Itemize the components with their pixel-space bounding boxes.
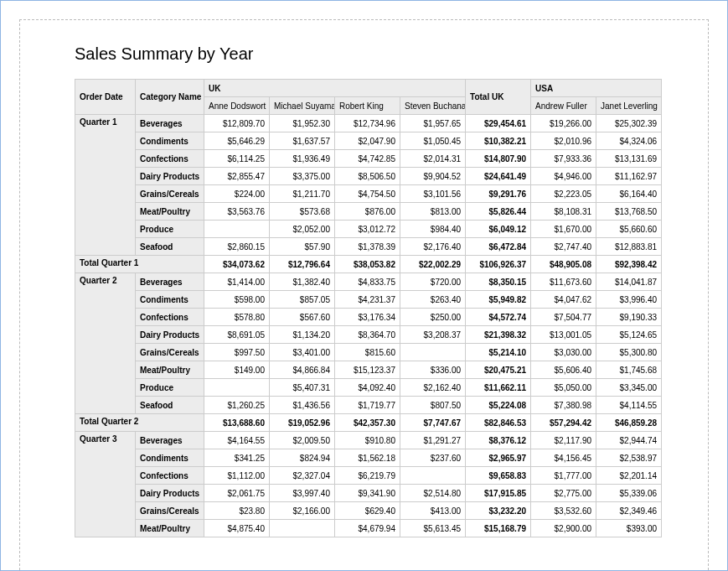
value-cell: $263.40 (400, 291, 466, 309)
value-cell: $3,375.00 (270, 168, 335, 185)
value-cell: $12,734.96 (335, 115, 400, 132)
value-cell: $2,201.14 (596, 467, 662, 485)
value-cell: $3,532.60 (531, 502, 596, 520)
value-cell: $1,382.40 (270, 273, 335, 291)
value-cell: $2,944.74 (596, 432, 662, 449)
value-cell: $4,092.40 (335, 379, 400, 397)
quarter-label: Quarter 2 (75, 273, 136, 414)
value-cell: $910.80 (335, 432, 400, 449)
value-cell: $807.50 (400, 397, 466, 414)
table-row: Seafood$1,260.25$1,436.56$1,719.77$807.5… (75, 397, 662, 414)
total-uk-cell: $6,049.12 (466, 221, 531, 238)
total-uk-cell: $5,214.10 (466, 344, 531, 361)
total-uk-cell: $15,168.79 (466, 520, 531, 537)
quarter-label: Quarter 3 (75, 432, 136, 537)
value-cell: $9,904.52 (400, 168, 466, 185)
category-label: Dairy Products (136, 326, 204, 344)
value-cell: $2,349.46 (596, 502, 662, 520)
table-row: Meat/Poultry$3,563.76$573.68$876.00$813.… (75, 203, 662, 221)
value-cell: $4,946.00 (531, 168, 596, 185)
value-cell: $23.80 (204, 502, 270, 520)
value-cell: $4,754.50 (335, 185, 400, 203)
value-cell: $393.00 (596, 520, 662, 537)
category-label: Grains/Cereals (136, 344, 204, 361)
value-cell: $5,660.60 (596, 221, 662, 238)
table-row: Confections$1,112.00$2,327.04$6,219.79$9… (75, 467, 662, 485)
value-cell: $3,176.34 (335, 309, 400, 326)
value-cell: $3,345.00 (596, 379, 662, 397)
sales-table: Order Date Category Name UK Total UK USA… (75, 79, 662, 537)
value-cell (204, 221, 270, 238)
quarter-total-row: Total Quarter 2$13,688.60$19,052.96$42,3… (75, 414, 662, 432)
value-cell: $3,208.37 (400, 326, 466, 344)
value-cell: $13,768.50 (596, 203, 662, 221)
value-cell: $8,691.05 (204, 326, 270, 344)
value-cell: $1,936.49 (270, 150, 335, 168)
value-cell: $567.60 (270, 309, 335, 326)
value-cell: $2,047.90 (335, 132, 400, 150)
total-uk-cell: $8,376.12 (466, 432, 531, 449)
table-row: Quarter 3Beverages$4,164.55$2,009.50$910… (75, 432, 662, 449)
category-label: Beverages (136, 115, 204, 132)
value-cell: $4,324.06 (596, 132, 662, 150)
value-cell: $9,341.90 (335, 485, 400, 502)
value-cell: $5,407.31 (270, 379, 335, 397)
value-cell: $997.50 (204, 344, 270, 361)
category-label: Condiments (136, 291, 204, 309)
total-uk-cell: $5,949.82 (466, 291, 531, 309)
category-label: Grains/Cereals (136, 185, 204, 203)
total-uk-cell: $9,658.83 (466, 467, 531, 485)
value-cell: $1,291.27 (400, 432, 466, 449)
value-cell: $19,266.00 (531, 115, 596, 132)
value-cell: $2,117.90 (531, 432, 596, 449)
quarter-label: Quarter 1 (75, 115, 136, 256)
value-cell: $3,997.40 (270, 485, 335, 502)
value-cell (400, 344, 466, 361)
total-cell: $7,747.67 (400, 414, 466, 432)
value-cell: $13,131.69 (596, 150, 662, 168)
total-uk-cell: $5,224.08 (466, 397, 531, 414)
category-label: Seafood (136, 397, 204, 414)
value-cell (400, 467, 466, 485)
value-cell: $13,001.05 (531, 326, 596, 344)
value-cell: $7,504.77 (531, 309, 596, 326)
value-cell: $720.00 (400, 273, 466, 291)
category-label: Dairy Products (136, 168, 204, 185)
hdr-order-date: Order Date (75, 80, 136, 115)
quarter-total-row: Total Quarter 1$34,073.62$12,796.64$38,0… (75, 256, 662, 273)
value-cell: $4,114.55 (596, 397, 662, 414)
total-cell: $12,796.64 (270, 256, 335, 273)
value-cell: $3,030.00 (531, 344, 596, 361)
value-cell: $1,637.57 (270, 132, 335, 150)
value-cell: $149.00 (204, 361, 270, 379)
table-row: Quarter 1Beverages$12,809.70$1,952.30$12… (75, 115, 662, 132)
value-cell: $8,108.31 (531, 203, 596, 221)
total-cell: $34,073.62 (204, 256, 270, 273)
value-cell: $2,010.96 (531, 132, 596, 150)
value-cell: $1,260.25 (204, 397, 270, 414)
hdr-usa-col: Janet Leverling (596, 97, 662, 115)
value-cell: $2,327.04 (270, 467, 335, 485)
table-row: Produce$2,052.00$3,012.72$984.40$6,049.1… (75, 221, 662, 238)
value-cell: $815.60 (335, 344, 400, 361)
value-cell: $629.40 (335, 502, 400, 520)
value-cell: $11,673.60 (531, 273, 596, 291)
value-cell: $1,378.39 (335, 238, 400, 256)
value-cell: $8,364.70 (335, 326, 400, 344)
total-uk-cell: $21,398.32 (466, 326, 531, 344)
value-cell: $8,506.50 (335, 168, 400, 185)
category-label: Meat/Poultry (136, 203, 204, 221)
total-uk-cell: $29,454.61 (466, 115, 531, 132)
value-cell: $1,952.30 (270, 115, 335, 132)
value-cell: $813.00 (400, 203, 466, 221)
value-cell: $3,401.00 (270, 344, 335, 361)
value-cell: $598.00 (204, 291, 270, 309)
total-uk-cell: $10,382.21 (466, 132, 531, 150)
table-row: Meat/Poultry$4,875.40$4,679.94$5,613.45$… (75, 520, 662, 537)
value-cell: $5,124.65 (596, 326, 662, 344)
total-cell: $92,398.42 (596, 256, 662, 273)
value-cell: $336.00 (400, 361, 466, 379)
table-row: Confections$6,114.25$1,936.49$4,742.85$2… (75, 150, 662, 168)
total-uk-cell: $6,472.84 (466, 238, 531, 256)
value-cell: $4,875.40 (204, 520, 270, 537)
